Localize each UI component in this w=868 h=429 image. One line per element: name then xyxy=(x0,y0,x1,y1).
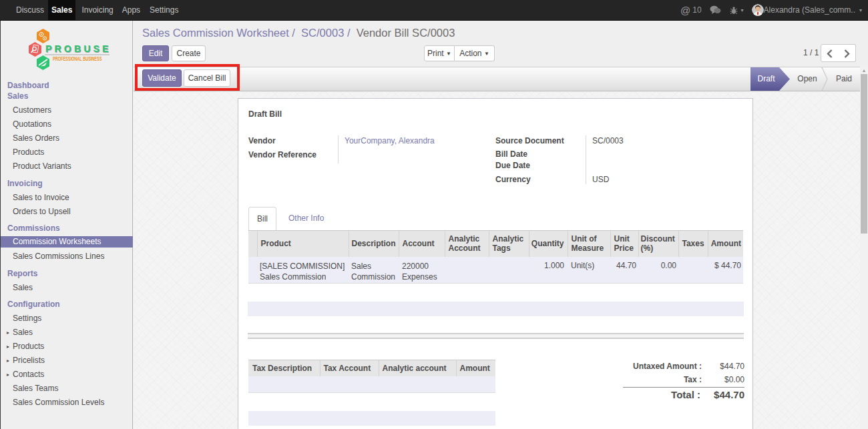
svg-text:PROBUSE: PROBUSE xyxy=(45,43,112,54)
svg-text:PROFESSIONAL BUSINESS: PROFESSIONAL BUSINESS xyxy=(53,55,102,61)
